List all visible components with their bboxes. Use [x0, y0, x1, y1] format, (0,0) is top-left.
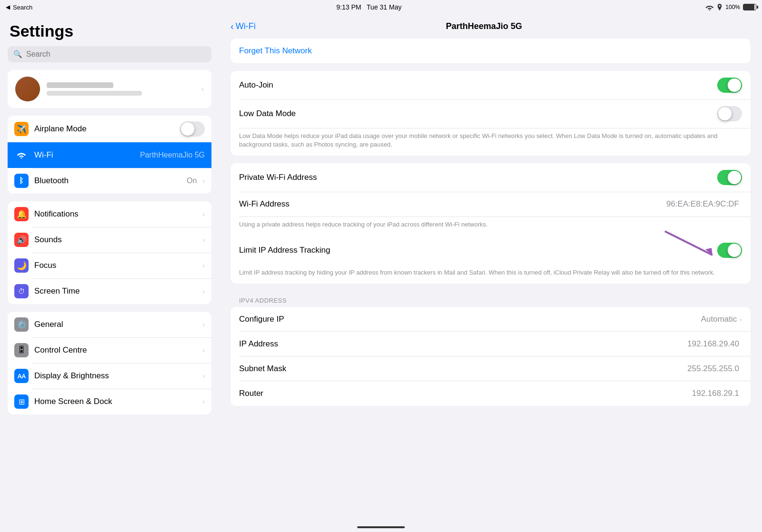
sidebar-item-label-screentime: Screen Time — [34, 286, 197, 296]
wifiaddress-row: Wi-Fi Address 96:EA:E8:EA:9C:DF — [231, 192, 751, 217]
avatar — [15, 77, 40, 101]
wifiaddress-label: Wi-Fi Address — [239, 199, 666, 209]
svg-point-0 — [709, 10, 711, 10]
autojoin-toggle[interactable] — [717, 78, 742, 93]
right-panel: ‹ Wi-Fi ParthHeemaJio 5G Forget This Net… — [219, 14, 762, 522]
sidebar-item-label-sounds: Sounds — [34, 235, 197, 245]
sidebar-item-label-wifi: Wi-Fi — [34, 150, 134, 160]
sidebar-item-label-focus: Focus — [34, 261, 197, 270]
sidebar-item-focus[interactable]: 🌙 Focus › — [8, 253, 211, 278]
sidebar-item-homescreen[interactable]: ⊞ Home Screen & Dock › — [8, 389, 211, 414]
user-info — [47, 82, 195, 96]
configureip-label: Configure IP — [239, 315, 701, 324]
limitip-container: Limit IP Address Tracking — [231, 236, 751, 265]
sidebar-item-bluetooth[interactable]: ᛒ Bluetooth On › — [8, 168, 211, 194]
bluetooth-value: On — [187, 177, 197, 185]
limitiptracking-row: Limit IP Address Tracking — [231, 236, 751, 265]
back-arrow-status: ◀ — [6, 4, 10, 10]
bottom-bar — [0, 522, 762, 532]
sidebar-item-label-notifications: Notifications — [34, 209, 197, 219]
sidebar: Settings 🔍 › ✈️ Airplane Mode — [0, 14, 219, 522]
airplane-toggle[interactable] — [180, 121, 205, 137]
ipv4-card: Configure IP Automatic › IP Address 192.… — [231, 307, 751, 406]
ipaddress-row: IP Address 192.168.29.40 — [231, 332, 751, 356]
back-button[interactable]: ‹ Wi-Fi — [231, 21, 256, 32]
general-chevron: › — [202, 321, 205, 328]
lowdatamode-label: Low Data Mode — [239, 109, 717, 118]
sidebar-item-label-airplane: Airplane Mode — [34, 124, 174, 134]
sounds-chevron: › — [202, 236, 205, 244]
focus-icon: 🌙 — [14, 258, 29, 273]
status-bar: ◀ Search 9:13 PM Tue 31 May 100% — [0, 0, 762, 14]
sidebar-item-label-controlcentre: Control Centre — [34, 345, 197, 355]
battery-icon — [743, 4, 756, 10]
sidebar-item-sounds[interactable]: 🔊 Sounds › — [8, 227, 211, 253]
sidebar-item-general[interactable]: ⚙️ General › — [8, 312, 211, 337]
user-card-chevron: › — [201, 85, 204, 93]
limitiptracking-label: Limit IP Address Tracking — [239, 246, 717, 255]
notifications-icon: 🔔 — [14, 207, 29, 221]
privatewifi-row: Private Wi-Fi Address — [231, 163, 751, 192]
displaybrightness-chevron: › — [202, 372, 205, 380]
privatewifi-label: Private Wi-Fi Address — [239, 173, 717, 182]
limitiptracking-toggle[interactable] — [717, 243, 742, 258]
router-label: Router — [239, 389, 692, 398]
scroll-indicator — [357, 526, 405, 528]
page-title: ParthHeemaJio 5G — [260, 21, 709, 31]
homescreen-chevron: › — [202, 398, 205, 405]
configureip-row[interactable]: Configure IP Automatic › — [231, 307, 751, 332]
subnetmask-label: Subnet Mask — [239, 364, 687, 374]
ipv4-header: IPV4 ADDRESS — [231, 291, 751, 307]
privatewifi-toggle[interactable] — [717, 170, 742, 185]
sidebar-section-preferences: ⚙️ General › 🎛 Control Centre › AA Displ… — [8, 312, 211, 414]
right-content: Forget This Network Auto-Join Low Data M… — [219, 39, 762, 425]
focus-chevron: › — [202, 262, 205, 269]
wifiaddress-value: 96:EA:E8:EA:9C:DF — [666, 199, 739, 209]
lowdatamode-toggle[interactable] — [717, 106, 742, 121]
status-left: ◀ Search — [6, 4, 32, 11]
ipaddress-value: 192.168.29.40 — [687, 339, 739, 349]
controlcentre-icon: 🎛 — [14, 343, 29, 357]
svg-point-1 — [20, 158, 22, 158]
notifications-chevron: › — [202, 210, 205, 218]
configureip-value: Automatic — [701, 315, 737, 324]
subnetmask-value: 255.255.255.0 — [687, 364, 739, 374]
status-time: 9:13 PM Tue 31 May — [336, 3, 401, 11]
search-bar[interactable]: 🔍 — [8, 46, 211, 62]
privacy-card: Private Wi-Fi Address Wi-Fi Address 96:E… — [231, 163, 751, 283]
right-header: ‹ Wi-Fi ParthHeemaJio 5G — [219, 14, 762, 39]
ipv4-section: IPV4 ADDRESS Configure IP Automatic › IP… — [231, 291, 751, 406]
sidebar-item-displaybrightness[interactable]: AA Display & Brightness › — [8, 363, 211, 389]
wifi-value: ParthHeemaJio 5G — [140, 151, 205, 159]
controlcentre-chevron: › — [202, 346, 205, 354]
bluetooth-icon: ᛒ — [14, 174, 29, 188]
sidebar-item-wifi[interactable]: Wi-Fi ParthHeemaJio 5G — [8, 142, 211, 168]
sidebar-item-notifications[interactable]: 🔔 Notifications › — [8, 201, 211, 227]
airplane-icon: ✈️ — [14, 122, 29, 136]
sidebar-item-screentime[interactable]: ⏱ Screen Time › — [8, 278, 211, 304]
bluetooth-chevron: › — [202, 177, 205, 185]
user-subtitle — [47, 91, 142, 96]
sidebar-section-system: 🔔 Notifications › 🔊 Sounds › 🌙 Focus › ⏱… — [8, 201, 211, 304]
forget-network-link[interactable]: Forget This Network — [239, 46, 312, 56]
router-row: Router 192.168.29.1 — [231, 381, 751, 406]
limitip-note: Limit IP address tracking by hiding your… — [231, 265, 751, 284]
subnetmask-row: Subnet Mask 255.255.255.0 — [231, 356, 751, 381]
private-note: Using a private address helps reduce tra… — [231, 217, 751, 236]
router-value: 192.168.29.1 — [692, 389, 739, 398]
sounds-icon: 🔊 — [14, 233, 29, 247]
location-icon — [717, 4, 722, 10]
sidebar-item-airplane[interactable]: ✈️ Airplane Mode — [8, 116, 211, 142]
data-mode-card: Auto-Join Low Data Mode Low Data Mode he… — [231, 71, 751, 156]
displaybrightness-icon: AA — [14, 369, 29, 383]
lowdatamode-row: Low Data Mode — [231, 99, 751, 128]
status-search-label: Search — [13, 4, 32, 11]
wifi-icon — [705, 4, 714, 10]
user-card[interactable]: › — [8, 70, 211, 108]
sidebar-item-controlcentre[interactable]: 🎛 Control Centre › — [8, 337, 211, 363]
lowdata-note: Low Data Mode helps reduce your iPad dat… — [231, 128, 751, 156]
sidebar-item-label-bluetooth: Bluetooth — [34, 176, 181, 186]
search-input[interactable] — [26, 50, 206, 59]
screentime-icon: ⏱ — [14, 284, 29, 298]
forget-network-row[interactable]: Forget This Network — [231, 39, 751, 63]
